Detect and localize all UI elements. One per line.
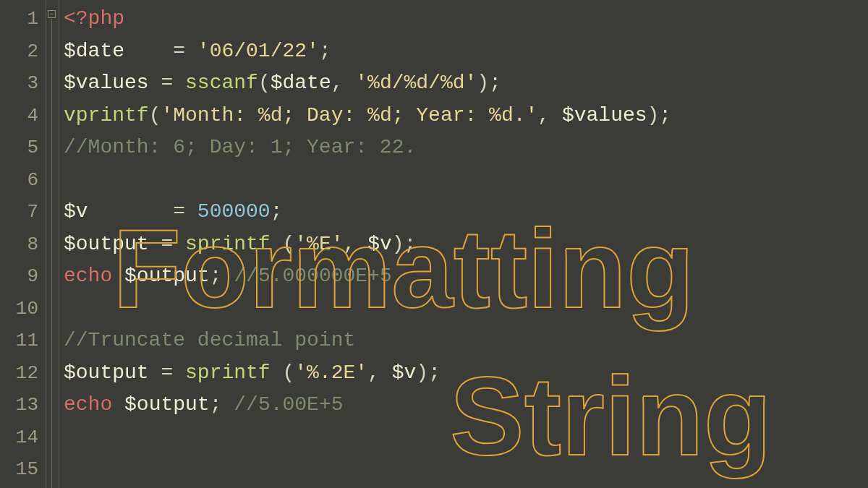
token-assign: = xyxy=(161,40,197,62)
line-number: 4 xyxy=(0,100,46,132)
token-function: sprintf xyxy=(185,233,271,255)
token-string: 'Month: %d; Day: %d; Year: %d.' xyxy=(161,104,537,127)
code-line: $date = '06/01/22'; xyxy=(64,35,868,68)
token-string: '06/01/22' xyxy=(197,40,319,62)
code-line: $v = 500000; xyxy=(64,196,868,228)
token-variable: $v xyxy=(392,361,417,384)
token-function: sscanf xyxy=(185,72,258,94)
token-assign: = xyxy=(149,233,185,255)
line-number: 9 xyxy=(0,260,46,293)
token-comma: , xyxy=(537,104,562,127)
code-line-empty xyxy=(64,164,868,197)
token-variable: $output xyxy=(124,265,210,287)
token-paren: ( xyxy=(282,233,294,255)
token-semicolon: ; xyxy=(210,265,222,287)
token-space xyxy=(112,393,124,416)
line-number: 13 xyxy=(0,389,46,421)
token-assign: = xyxy=(149,361,185,384)
token-number: 500000 xyxy=(197,200,271,223)
code-line: echo $output; //5.00E+5 xyxy=(64,389,868,421)
token-semicolon: ; xyxy=(319,40,331,62)
line-number: 8 xyxy=(0,228,46,261)
code-line: //Month: 6; Day: 1; Year: 22. xyxy=(64,132,868,164)
token-variable: $output xyxy=(64,361,149,384)
code-area[interactable]: <?php $date = '06/01/22'; $values = ssca… xyxy=(59,0,868,488)
token-variable: $v xyxy=(64,200,88,223)
token-string: '%E' xyxy=(294,233,343,255)
token-comment: //Month: 6; Day: 1; Year: 22. xyxy=(64,136,416,158)
line-number: 10 xyxy=(0,293,46,325)
token-semicolon: ; xyxy=(271,200,283,223)
token-paren: ( xyxy=(258,72,271,94)
fold-guide-line xyxy=(51,19,52,488)
token-function: sprintf xyxy=(185,361,271,384)
token-space xyxy=(88,200,161,223)
php-open-tag: <?php xyxy=(64,7,124,30)
token-space xyxy=(221,393,234,416)
line-number: 12 xyxy=(0,357,46,390)
token-variable: $v xyxy=(367,233,392,255)
code-line-empty xyxy=(64,293,868,325)
line-number: 6 xyxy=(0,164,46,197)
token-variable: $date xyxy=(64,40,124,62)
line-number: 1 xyxy=(0,3,46,35)
token-semicolon: ; xyxy=(210,393,222,416)
code-line: vprintf('Month: %d; Day: %d; Year: %d.',… xyxy=(64,100,868,132)
fold-column: - xyxy=(46,0,59,488)
code-line: $values = sscanf($date, '%d/%d/%d'); xyxy=(64,67,868,100)
token-comment: //5.00E+5 xyxy=(234,393,343,416)
token-comma: , xyxy=(344,233,368,255)
code-line-empty xyxy=(64,453,868,486)
line-number: 5 xyxy=(0,132,46,164)
token-variable: $output xyxy=(124,393,210,416)
code-editor[interactable]: 1 2 3 4 5 6 7 8 9 10 11 12 13 14 15 - <?… xyxy=(0,0,868,488)
line-number: 2 xyxy=(0,35,46,68)
token-space xyxy=(271,361,283,384)
token-string: '%d/%d/%d' xyxy=(355,72,477,94)
token-assign: = xyxy=(161,200,197,223)
token-paren: ); xyxy=(477,72,501,94)
token-keyword: echo xyxy=(64,265,112,287)
token-space xyxy=(221,265,234,287)
code-line-empty xyxy=(64,421,868,454)
token-variable: $values xyxy=(64,72,149,94)
line-number: 15 xyxy=(0,453,46,486)
token-space xyxy=(112,265,124,287)
token-space xyxy=(271,233,283,255)
line-number: 3 xyxy=(0,67,46,100)
code-line: <?php xyxy=(64,3,868,35)
line-number: 14 xyxy=(0,421,46,454)
token-comma: , xyxy=(367,361,392,384)
line-number: 7 xyxy=(0,196,46,228)
token-paren: ); xyxy=(392,233,417,255)
token-string: '%.2E' xyxy=(294,361,367,384)
token-paren: ( xyxy=(149,104,161,127)
code-line: $output = sprintf ('%E', $v); xyxy=(64,228,868,261)
token-assign: = xyxy=(149,72,185,94)
line-number-gutter: 1 2 3 4 5 6 7 8 9 10 11 12 13 14 15 xyxy=(0,0,46,488)
token-variable: $output xyxy=(64,233,149,255)
token-variable: $values xyxy=(562,104,647,127)
token-paren: ( xyxy=(282,361,294,384)
code-line: $output = sprintf ('%.2E', $v); xyxy=(64,357,868,390)
token-variable: $date xyxy=(271,72,331,94)
code-line: echo $output; //5.000000E+5 xyxy=(64,260,868,293)
token-comment: //5.000000E+5 xyxy=(234,265,391,287)
token-space xyxy=(124,40,161,62)
token-paren: ); xyxy=(647,104,672,127)
token-comment: //Truncate decimal point xyxy=(64,329,355,351)
token-comma: , xyxy=(331,72,356,94)
fold-toggle-icon[interactable]: - xyxy=(48,10,56,18)
line-number: 11 xyxy=(0,325,46,357)
token-paren: ); xyxy=(416,361,441,384)
code-line: //Truncate decimal point xyxy=(64,325,868,357)
token-keyword: echo xyxy=(64,393,112,416)
token-function: vprintf xyxy=(64,104,149,127)
